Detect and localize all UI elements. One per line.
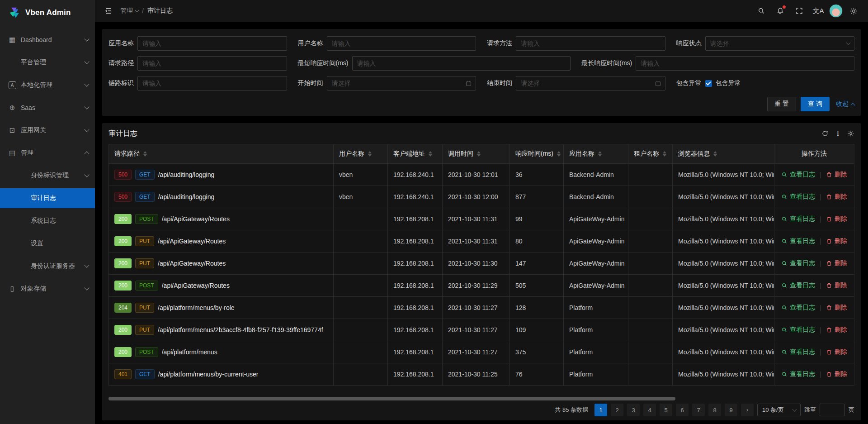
- sidebar-item[interactable]: Saas: [0, 98, 95, 118]
- has-exception-checkbox[interactable]: [705, 80, 712, 87]
- delete-button[interactable]: 删除: [826, 215, 847, 223]
- delete-button[interactable]: 删除: [826, 259, 847, 267]
- sidebar-item[interactable]: 平台管理: [0, 52, 95, 72]
- table-row[interactable]: 401 GET /api/platform/menus/by-current-u…: [109, 363, 854, 385]
- settings-gear-icon[interactable]: [845, 0, 862, 22]
- column-header[interactable]: 客户端地址: [388, 144, 443, 163]
- sort-carets-icon[interactable]: [143, 151, 147, 157]
- table-row[interactable]: 200 PUT /api/ApiGateway/Routes 192.168.2…: [109, 230, 854, 252]
- view-log-button[interactable]: 查看日志: [781, 259, 815, 267]
- app-name-input[interactable]: [137, 36, 287, 51]
- row-height-icon[interactable]: I: [837, 130, 839, 137]
- sidebar-item[interactable]: 应用网关: [0, 120, 95, 140]
- page-button[interactable]: 6: [676, 404, 689, 416]
- min-duration-input[interactable]: [352, 56, 571, 71]
- max-duration-input[interactable]: [636, 56, 854, 71]
- table-row[interactable]: 200 POST /api/platform/menus 192.168.208…: [109, 341, 854, 363]
- action-divider: |: [820, 348, 821, 356]
- delete-button[interactable]: 删除: [826, 370, 847, 378]
- start-time-picker[interactable]: [327, 76, 476, 91]
- delete-button[interactable]: 删除: [826, 326, 847, 334]
- page-button[interactable]: 7: [692, 404, 705, 416]
- fullscreen-icon[interactable]: [791, 0, 807, 22]
- collapse-toggle[interactable]: 收起: [836, 100, 854, 108]
- sidebar-item[interactable]: 身份标识管理: [0, 166, 95, 186]
- sidebar-item[interactable]: 管理: [0, 143, 95, 163]
- scrollbar-thumb[interactable]: [108, 397, 675, 400]
- sort-carets-icon[interactable]: [713, 151, 717, 157]
- translate-icon[interactable]: 文A: [810, 0, 826, 22]
- table-row[interactable]: 200 POST /api/ApiGateway/Routes 192.168.…: [109, 274, 854, 296]
- sidebar-item-label: 设置: [31, 239, 85, 248]
- column-header[interactable]: 操作方法: [774, 144, 854, 163]
- view-log-button[interactable]: 查看日志: [781, 193, 815, 201]
- jump-page-input[interactable]: [820, 404, 845, 416]
- trace-id-input[interactable]: [137, 76, 287, 91]
- end-time-picker[interactable]: [516, 76, 665, 91]
- sidebar-item[interactable]: 设置: [0, 233, 95, 253]
- column-header[interactable]: 用户名称: [334, 144, 388, 163]
- refresh-icon[interactable]: [821, 130, 829, 137]
- column-header[interactable]: 调用时间: [443, 144, 510, 163]
- page-button[interactable]: 5: [660, 404, 672, 416]
- page-button[interactable]: 8: [708, 404, 721, 416]
- table-row[interactable]: 500 GET /api/auditing/logging vben 192.1…: [109, 186, 854, 208]
- sidebar-item[interactable]: 对象存储: [0, 279, 95, 299]
- view-log-button[interactable]: 查看日志: [781, 215, 815, 223]
- avatar[interactable]: [829, 4, 843, 18]
- search-button[interactable]: 查 询: [801, 97, 830, 111]
- page-button[interactable]: 3: [627, 404, 640, 416]
- table-row[interactable]: 200 PUT /api/platform/menus/2b3accf8-4fb…: [109, 319, 854, 341]
- sidebar-item[interactable]: 审计日志: [0, 188, 95, 208]
- column-header[interactable]: 响应时间(ms): [510, 144, 564, 163]
- table-row[interactable]: 200 POST /api/ApiGateway/Routes 192.168.…: [109, 208, 854, 230]
- request-path-input[interactable]: [137, 56, 287, 71]
- reset-button[interactable]: 重 置: [767, 97, 796, 111]
- breadcrumb-parent[interactable]: 管理: [120, 7, 138, 15]
- sidebar-item[interactable]: 身份认证服务器: [0, 256, 95, 276]
- table-row[interactable]: 500 GET /api/auditing/logging vben 192.1…: [109, 163, 854, 186]
- page-size-select[interactable]: 10 条/页: [757, 404, 801, 416]
- table-row[interactable]: 204 PUT /api/platform/menus/by-role 192.…: [109, 296, 854, 319]
- sort-carets-icon[interactable]: [557, 151, 561, 157]
- sort-carets-icon[interactable]: [598, 151, 602, 157]
- notification-bell-icon[interactable]: [772, 0, 788, 22]
- view-log-button[interactable]: 查看日志: [781, 281, 815, 290]
- user-name-input[interactable]: [327, 36, 476, 51]
- app-logo[interactable]: Vben Admin: [0, 0, 95, 25]
- sort-carets-icon[interactable]: [429, 151, 432, 157]
- sidebar-item[interactable]: 本地化管理: [0, 75, 95, 95]
- delete-button[interactable]: 删除: [826, 193, 847, 201]
- table-row[interactable]: 200 PUT /api/ApiGateway/Routes 192.168.2…: [109, 252, 854, 274]
- view-log-button[interactable]: 查看日志: [781, 326, 815, 334]
- menu-fold-icon[interactable]: [101, 4, 116, 18]
- page-button[interactable]: 2: [611, 404, 623, 416]
- column-header[interactable]: 租户名称: [628, 144, 673, 163]
- search-icon[interactable]: [753, 0, 769, 22]
- column-settings-gear-icon[interactable]: [847, 130, 854, 137]
- view-log-button[interactable]: 查看日志: [781, 171, 815, 179]
- sidebar-item[interactable]: Dashboard: [0, 30, 95, 50]
- delete-button[interactable]: 删除: [826, 171, 847, 179]
- sort-carets-icon[interactable]: [368, 151, 372, 157]
- delete-button[interactable]: 删除: [826, 348, 847, 356]
- sort-carets-icon[interactable]: [663, 151, 666, 157]
- sort-carets-icon[interactable]: [477, 151, 481, 157]
- view-log-button[interactable]: 查看日志: [781, 237, 815, 245]
- delete-button[interactable]: 删除: [826, 237, 847, 245]
- view-log-button[interactable]: 查看日志: [781, 348, 815, 356]
- view-log-button[interactable]: 查看日志: [781, 304, 815, 312]
- page-button[interactable]: 4: [643, 404, 656, 416]
- column-header[interactable]: 请求路径: [109, 144, 334, 163]
- page-button[interactable]: 9: [725, 404, 737, 416]
- next-page-button[interactable]: ›: [741, 404, 754, 416]
- column-header[interactable]: 应用名称: [564, 144, 628, 163]
- page-button[interactable]: 1: [594, 404, 607, 416]
- http-status-select[interactable]: [705, 36, 855, 51]
- http-method-input[interactable]: [516, 36, 665, 51]
- delete-button[interactable]: 删除: [826, 304, 847, 312]
- delete-button[interactable]: 删除: [826, 281, 847, 290]
- sidebar-item[interactable]: 系统日志: [0, 211, 95, 231]
- view-log-button[interactable]: 查看日志: [781, 370, 815, 378]
- column-header[interactable]: 浏览器信息: [673, 144, 774, 163]
